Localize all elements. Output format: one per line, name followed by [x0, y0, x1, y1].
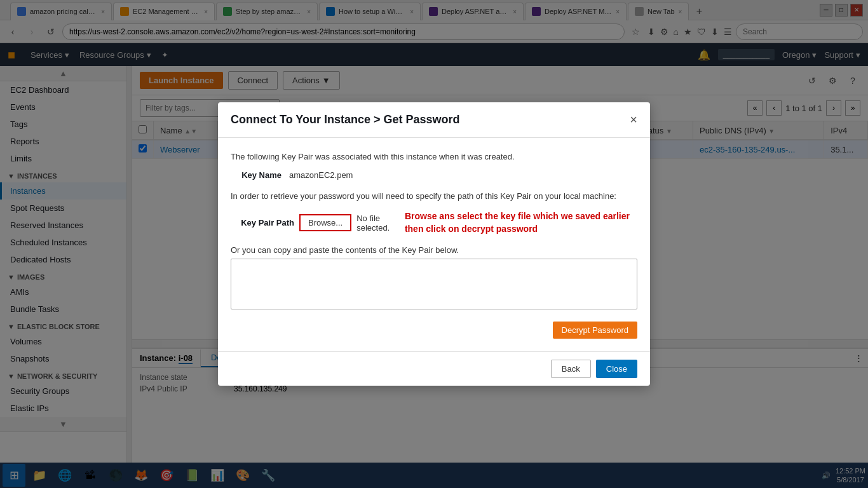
decrypt-password-button[interactable]: Decrypt Password [553, 322, 637, 339]
key-name-row: Key Name amazonEC2.pem [231, 170, 637, 180]
modal-title: Connect To Your Instance > Get Password [231, 113, 460, 126]
close-modal-button[interactable]: Close [596, 360, 637, 378]
back-modal-button[interactable]: Back [551, 360, 591, 378]
key-pair-textarea[interactable] [231, 259, 637, 309]
browse-button[interactable]: Browse... [299, 214, 351, 231]
no-file-selected-text: No file selected. [356, 214, 395, 233]
modal-paragraph1: The following Key Pair was associated wi… [231, 151, 637, 163]
modal-footer: Back Close [218, 351, 650, 386]
key-pair-path-label: Key Pair Path [231, 218, 294, 227]
key-name-value: amazonEC2.pem [289, 170, 353, 180]
paste-area-label: Or you can copy and paste the contents o… [231, 245, 637, 255]
annotation-text: Browse ans select the key file which we … [405, 210, 637, 235]
key-name-label: Key Name [231, 170, 281, 180]
get-password-modal: Connect To Your Instance > Get Password … [218, 102, 650, 386]
modal-close-button[interactable]: × [630, 112, 637, 127]
decrypt-row: Decrypt Password [231, 316, 637, 339]
key-pair-path-row: Key Pair Path Browse... No file selected… [231, 210, 637, 235]
modal-header: Connect To Your Instance > Get Password … [218, 102, 650, 138]
modal-body: The following Key Pair was associated wi… [218, 138, 650, 351]
modal-paragraph2: In order to retrieve your password you w… [231, 190, 637, 203]
modal-overlay: Connect To Your Instance > Get Password … [0, 0, 868, 488]
